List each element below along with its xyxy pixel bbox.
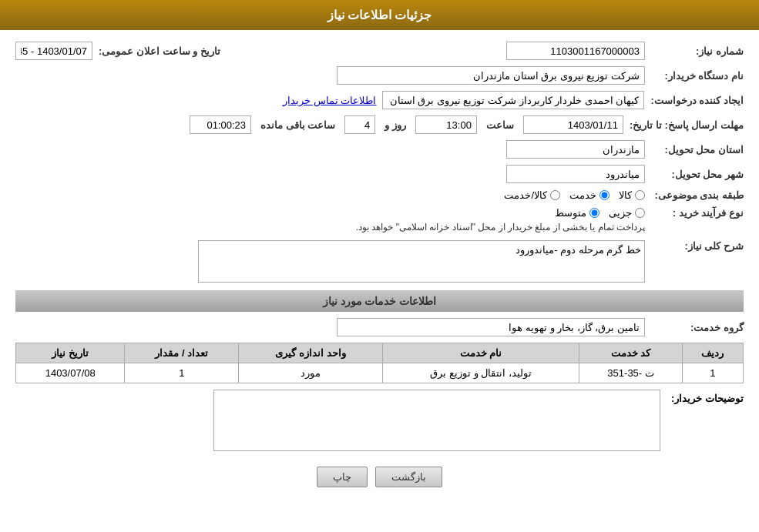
print-button[interactable]: چاپ bbox=[317, 467, 368, 487]
col-unit: واحد اندازه گیری bbox=[239, 343, 382, 363]
creator-input[interactable] bbox=[382, 91, 644, 109]
buyer-org-input[interactable] bbox=[337, 66, 645, 85]
buyer-org-row: نام دستگاه خریدار: bbox=[15, 66, 744, 85]
services-table-container: ردیف کد خدمت نام خدمت واحد اندازه گیری ت… bbox=[15, 343, 744, 383]
class-option-kala-khedmat[interactable]: کالا/خدمت bbox=[504, 189, 560, 201]
class-option-kala[interactable]: کالا bbox=[619, 189, 645, 201]
need-summary-textarea[interactable]: خط گرم مرحله دوم -میاندورود bbox=[198, 240, 645, 283]
response-deadline-label: مهلت ارسال پاسخ: تا تاریخ: bbox=[630, 119, 744, 131]
delivery-province-row: استان محل تحویل: bbox=[15, 140, 744, 159]
delivery-city-label: شهر محل تحویل: bbox=[651, 169, 744, 180]
response-date-input[interactable] bbox=[523, 115, 623, 134]
response-days-label: روز و bbox=[385, 119, 406, 131]
response-days-input[interactable] bbox=[344, 115, 375, 134]
delivery-city-row: شهر محل تحویل: bbox=[15, 165, 744, 183]
buyer-desc-label: توضیحات خریدار: bbox=[667, 390, 744, 404]
service-group-input[interactable] bbox=[337, 318, 645, 336]
response-time-input[interactable] bbox=[415, 115, 477, 134]
classification-row: طبقه بندی موضوعی: کالا خدمت کالا/خدمت bbox=[15, 189, 744, 201]
response-remaining-input[interactable] bbox=[190, 115, 251, 134]
need-summary-section: شرح کلی نیاز: خط گرم مرحله دوم -میاندورو… bbox=[15, 240, 744, 283]
classification-label: طبقه بندی موضوعی: bbox=[651, 189, 744, 201]
services-table: ردیف کد خدمت نام خدمت واحد اندازه گیری ت… bbox=[15, 343, 744, 383]
creator-label: ایجاد کننده درخواست: bbox=[650, 95, 744, 106]
creator-row: ایجاد کننده درخواست: اطلاعات تماس خریدار bbox=[15, 91, 744, 109]
delivery-province-input[interactable] bbox=[506, 140, 645, 159]
page-title: جزئیات اطلاعات نیاز bbox=[327, 8, 432, 22]
classification-radio-group: کالا خدمت کالا/خدمت bbox=[504, 189, 645, 201]
services-section-title: اطلاعات خدمات مورد نیاز bbox=[15, 290, 744, 312]
buyer-org-label: نام دستگاه خریدار: bbox=[651, 70, 744, 82]
col-row: ردیف bbox=[682, 343, 743, 363]
response-time-label: ساعت bbox=[486, 119, 514, 131]
purchase-type-radio-group: جزیی متوسط bbox=[356, 207, 645, 219]
back-button[interactable]: بازگشت bbox=[375, 467, 442, 487]
col-quantity: تعداد / مقدار bbox=[125, 343, 239, 363]
buyer-desc-textarea[interactable] bbox=[213, 390, 660, 451]
col-code: کد خدمت bbox=[579, 343, 682, 363]
response-deadline-row: مهلت ارسال پاسخ: تا تاریخ: ساعت روز و سا… bbox=[15, 115, 744, 134]
footer-buttons: بازگشت چاپ bbox=[15, 467, 744, 503]
table-row: 1ت -35-351تولید، انتقال و توزیع برقمورد1… bbox=[16, 363, 744, 383]
page-header: جزئیات اطلاعات نیاز bbox=[0, 0, 759, 30]
purchase-option-motavset[interactable]: متوسط bbox=[555, 207, 599, 219]
announcement-datetime-label: تاریخ و ساعت اعلان عمومی: bbox=[99, 45, 220, 57]
delivery-province-label: استان محل تحویل: bbox=[651, 144, 744, 156]
need-number-input[interactable] bbox=[506, 42, 645, 60]
service-group-label: گروه خدمت: bbox=[651, 322, 744, 333]
purchase-option-jozi[interactable]: جزیی bbox=[609, 207, 645, 219]
purchase-type-label: نوع فرآیند خرید : bbox=[651, 207, 744, 219]
class-option-khedmat[interactable]: خدمت bbox=[569, 189, 610, 201]
response-remaining-label: ساعت باقی مانده bbox=[260, 119, 335, 131]
delivery-city-input[interactable] bbox=[506, 165, 645, 183]
need-number-row: شماره نیاز: تاریخ و ساعت اعلان عمومی: bbox=[15, 42, 744, 60]
need-summary-label: شرح کلی نیاز: bbox=[651, 240, 744, 252]
purchase-note: پرداخت تمام یا بخشی از مبلغ خریدار از مح… bbox=[356, 222, 645, 233]
col-name: نام خدمت bbox=[382, 343, 579, 363]
purchase-type-row: نوع فرآیند خرید : جزیی متوسط پرداخت تمام… bbox=[15, 207, 744, 233]
announcement-datetime-input[interactable] bbox=[15, 42, 92, 60]
contact-info-link[interactable]: اطلاعات تماس خریدار bbox=[283, 95, 376, 106]
need-number-label: شماره نیاز: bbox=[651, 45, 744, 57]
col-date: تاریخ نیاز bbox=[16, 343, 125, 363]
buyer-desc-section: توضیحات خریدار: bbox=[15, 390, 744, 451]
service-group-row: گروه خدمت: bbox=[15, 318, 744, 336]
